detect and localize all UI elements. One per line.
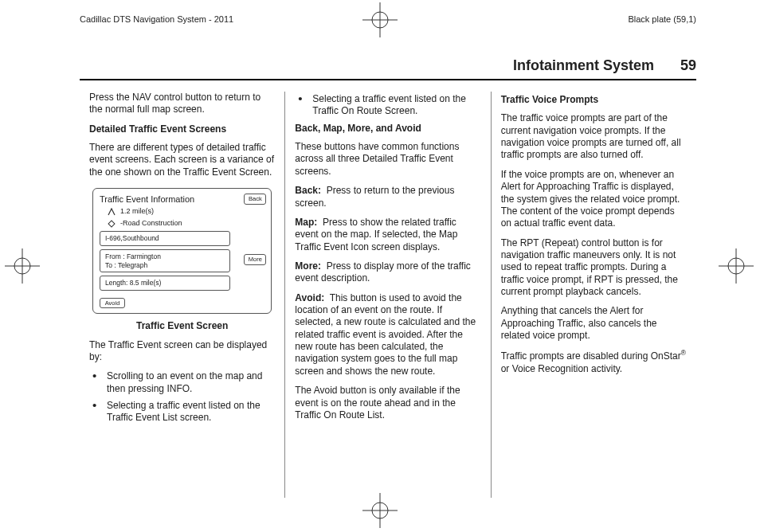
plate-label: Black plate (59,1) [628,14,696,24]
figure-from: From : Farmington [105,252,225,261]
diamond-icon [108,220,116,228]
figure-avoid-button: Avoid [100,298,125,309]
definition: Map: Press to show the related traffic e… [295,217,480,253]
figure-more-button: More [244,254,266,265]
figure-route-box: I-696,Southbound [100,231,230,246]
figure-caption: Traffic Event Screen [89,320,275,332]
figure-fromto-box: From : Farmington To : Telegraph [100,249,230,272]
list-item: Scrolling to an event on the map and the… [89,370,275,395]
figure-distance: 1.2 mile(s) [120,207,154,217]
svg-rect-12 [108,221,115,227]
subheading: Traffic Voice Prompts [501,94,687,106]
section-header: Infotainment System 59 [80,57,696,80]
definition: More: Press to display more of the traff… [295,260,480,285]
definition: Avoid: This button is used to avoid the … [295,292,480,378]
registered-mark: ® [681,349,686,357]
body-text: If the voice prompts are on, whenever an… [501,169,687,230]
body-text: The Traffic Event screen can be displaye… [89,339,275,364]
list-item: Selecting a traffic event listed on the … [295,93,480,118]
column-1: Press the NAV control button to return t… [80,92,284,498]
arrow-icon [108,208,116,216]
crop-mark-right [719,248,754,284]
body-text: The traffic voice prompts are part of th… [501,112,687,161]
column-2: Selecting a traffic event listed on the … [284,92,490,498]
section-name: Infotainment System [513,57,654,73]
figure-construction: -Road Construction [120,219,182,229]
body-text: The Avoid button is only available if th… [295,385,480,421]
traffic-event-figure: Traffic Event Information Back More 1.2 … [92,188,272,314]
doc-title: Cadillac DTS Navigation System - 2011 [80,14,233,24]
page-number: 59 [658,57,696,73]
list-item: Selecting a traffic event listed on the … [89,400,275,424]
figure-title: Traffic Event Information [100,194,264,205]
crop-mark-bottom [362,493,398,528]
body-text: Press the NAV control button to return t… [89,92,275,116]
definition: Back: Press to return to the previous sc… [295,185,480,209]
subheading: Back, Map, More, and Avoid [295,123,480,135]
figure-to: To : Telegraph [105,261,225,270]
body-text: The RPT (Repeat) control button is for n… [501,237,687,299]
figure-length-box: Length: 8.5 mile(s) [100,276,230,291]
figure-back-button: Back [244,194,266,205]
crop-mark-left [5,248,40,284]
column-3: Traffic Voice Prompts The traffic voice … [491,92,696,498]
body-text: Anything that cancels the Alert for Appr… [501,305,687,342]
body-text: There are different types of detailed tr… [89,142,275,178]
body-text: These buttons have common functions acro… [295,141,480,178]
body-text: Traffic prompts are disabled during OnSt… [501,349,687,375]
subheading: Detailed Traffic Event Screens [89,123,275,135]
